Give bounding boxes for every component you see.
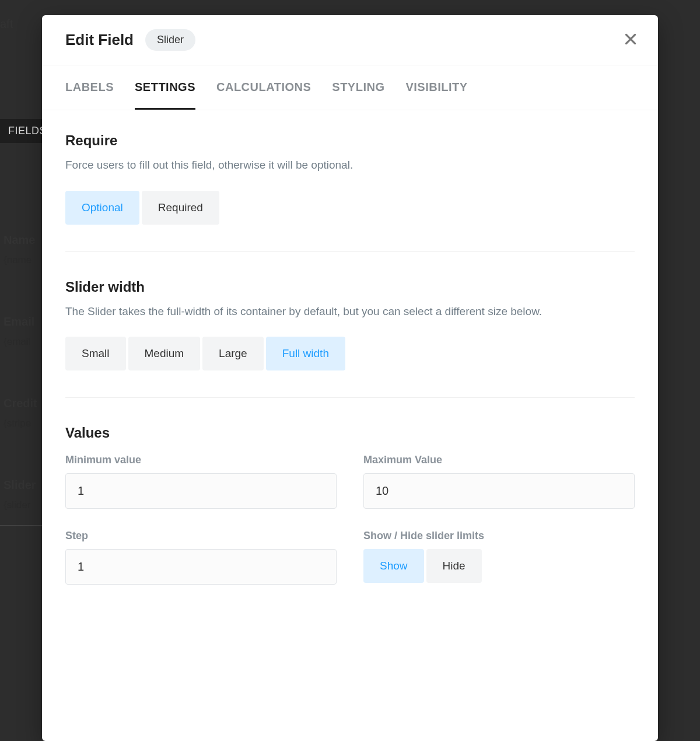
require-option-optional[interactable]: Optional: [65, 191, 139, 225]
require-title: Require: [65, 132, 635, 149]
max-value-group: Maximum Value: [363, 454, 635, 509]
bg-item-email-sub: {email: [4, 336, 30, 348]
width-option-small[interactable]: Small: [65, 337, 126, 370]
slider-width-options: Small Medium Large Full width: [65, 337, 635, 370]
require-option-required[interactable]: Required: [142, 191, 219, 225]
bg-item-credit: Credit: [4, 397, 37, 410]
field-type-badge: Slider: [145, 29, 195, 51]
step-input[interactable]: [65, 549, 337, 585]
section-require: Require Force users to fill out this fie…: [65, 132, 635, 252]
limits-option-hide[interactable]: Hide: [426, 549, 482, 583]
tab-calculations[interactable]: CALCULATIONS: [216, 65, 311, 110]
tab-visibility[interactable]: VISIBILITY: [405, 65, 467, 110]
width-option-medium[interactable]: Medium: [128, 337, 201, 370]
bg-item-credit-sub: {stripe: [4, 418, 31, 429]
require-desc: Force users to fill out this field, othe…: [65, 157, 635, 173]
require-options: Optional Required: [65, 191, 635, 225]
tab-styling[interactable]: STYLING: [332, 65, 384, 110]
edit-field-modal: Edit Field Slider LABELS SETTINGS CALCUL…: [42, 15, 658, 741]
limits-options: Show Hide: [363, 549, 635, 583]
limits-label: Show / Hide slider limits: [363, 530, 635, 542]
step-label: Step: [65, 530, 337, 542]
close-icon[interactable]: [623, 32, 638, 47]
slider-width-title: Slider width: [65, 279, 635, 295]
bg-item-name: Name: [4, 233, 35, 247]
limits-group: Show / Hide slider limits Show Hide: [363, 530, 635, 585]
modal-body: Require Force users to fill out this fie…: [42, 110, 658, 585]
max-value-label: Maximum Value: [363, 454, 635, 466]
step-group: Step: [65, 530, 337, 585]
width-option-large[interactable]: Large: [202, 337, 264, 370]
bg-status: aft: [0, 18, 13, 31]
modal-header: Edit Field Slider: [42, 15, 658, 65]
tab-settings[interactable]: SETTINGS: [135, 65, 195, 110]
modal-title: Edit Field: [65, 31, 134, 49]
bg-item-email: Email: [4, 315, 34, 328]
section-slider-width: Slider width The Slider takes the full-w…: [65, 279, 635, 399]
max-value-input[interactable]: [363, 473, 635, 509]
tab-labels[interactable]: LABELS: [65, 65, 114, 110]
min-value-group: Minimum value: [65, 454, 337, 509]
slider-width-desc: The Slider takes the full-width of its c…: [65, 303, 635, 320]
bg-item-name-sub: {name: [4, 254, 32, 266]
min-value-label: Minimum value: [65, 454, 337, 466]
min-value-input[interactable]: [65, 473, 337, 509]
tab-bar: LABELS SETTINGS CALCULATIONS STYLING VIS…: [42, 65, 658, 110]
bg-item-slider: Slider: [4, 478, 36, 492]
bg-item-slider-sub: {slider: [4, 499, 30, 511]
limits-option-show[interactable]: Show: [363, 549, 424, 583]
width-option-full[interactable]: Full width: [266, 337, 345, 370]
values-title: Values: [65, 425, 635, 441]
section-values: Values Minimum value Maximum Value Step …: [65, 425, 635, 585]
